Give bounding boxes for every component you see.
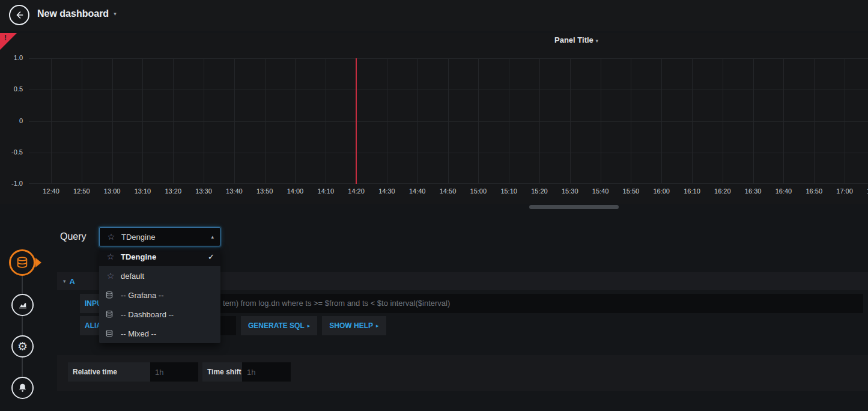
gridline-horizontal [29,58,868,59]
x-tick-label: 15:40 [586,187,616,195]
gridline-horizontal [29,153,868,153]
menu-item-tdengine[interactable]: ☆ TDengine ✓ [99,247,220,266]
database-icon [105,329,116,338]
x-tick-label: 14:10 [311,187,341,195]
sidebar-rail-line [22,263,23,389]
time-shift-label: Time shift [202,362,242,382]
x-tick-label: 13:40 [219,187,249,195]
x-tick-label: 13:20 [158,187,188,195]
grafana-screen: New dashboard ▾ ! Panel Title ▾ 1.00.50-… [0,0,868,411]
x-tick-label: 15:10 [494,187,524,195]
generate-sql-button[interactable]: GENERATE SQL ▸ [241,316,317,335]
check-icon: ✓ [208,252,214,261]
star-icon: ☆ [106,232,117,242]
sidebar-item-visualization[interactable] [11,294,34,316]
x-tick-label: 15:30 [555,187,585,195]
x-tick-label: 15:50 [616,187,646,195]
gridline-horizontal [29,121,868,122]
x-tick-label: 17:10 [860,187,868,195]
bell-icon [17,383,28,393]
x-tick-label: 13:50 [250,187,280,195]
x-tick-label: 16:00 [646,187,676,195]
database-icon [16,256,29,269]
show-help-button[interactable]: SHOW HELP ▸ [322,316,386,335]
x-tick-label: 16:10 [677,187,707,195]
panel-title: Panel Title [554,35,593,44]
datasource-selected-value: TDengine [121,233,206,242]
star-icon: ☆ [105,252,116,261]
x-tick-label: 14:40 [402,187,432,195]
chevron-down-icon: ▾ [114,11,117,17]
database-icon [105,291,116,299]
chevron-right-icon: ▸ [376,323,379,329]
menu-item-mixed[interactable]: -- Mixed -- [99,324,220,343]
x-tick-label: 12:40 [36,187,66,195]
top-header: New dashboard ▾ [0,0,868,31]
sidebar-item-queries[interactable] [9,249,35,276]
query-section-label: Query [60,231,86,242]
database-icon [105,310,116,318]
gear-icon: ⚙ [17,341,28,352]
x-tick-label: 15:20 [524,187,554,195]
time-shift-input[interactable] [242,362,291,382]
gridline-horizontal [29,90,868,90]
menu-item-default[interactable]: ☆ default [99,266,220,285]
sidebar-item-alert[interactable] [11,377,34,399]
current-time-marker [356,58,357,184]
menu-item-grafana[interactable]: -- Grafana -- [99,285,220,305]
chevron-down-icon: ▾ [63,278,66,284]
x-tick-label: 13:00 [97,187,127,195]
x-tick-label: 16:50 [799,187,829,195]
star-icon: ☆ [105,271,116,281]
sql-query-input[interactable]: tem) from log.dn where ts >= $from and t… [126,294,863,313]
x-tick-label: 16:40 [768,187,798,195]
x-tick-label: 12:50 [67,187,97,195]
y-tick-label: 0 [1,117,23,124]
panel-error-mark: ! [4,34,7,42]
chevron-down-icon: ▾ [595,38,598,44]
x-tick-label: 16:20 [708,187,738,195]
query-buttons: GENERATE SQL ▸ SHOW HELP ▸ [241,316,386,335]
chevron-right-icon: ▸ [308,323,311,329]
menu-item-dashboard[interactable]: -- Dashboard -- [99,305,220,324]
chart-icon [17,300,28,311]
sidebar-item-general[interactable]: ⚙ [11,335,34,358]
y-tick-label: 0.5 [1,85,23,93]
chevron-up-icon: ▴ [211,234,214,240]
datasource-dropdown-menu: ☆ TDengine ✓ ☆ default -- Grafana -- [99,247,220,343]
active-tab-pointer [35,258,41,267]
chart-plot-area [29,58,868,184]
x-tick-label: 16:30 [738,187,768,195]
y-tick-label: -0.5 [1,148,23,156]
panel-title-menu[interactable]: Panel Title ▾ [527,35,626,44]
dashboard-title: New dashboard [37,8,109,19]
x-tick-label: 14:20 [341,187,371,195]
y-tick-label: 1.0 [1,54,23,61]
query-ref-id: A [70,277,75,286]
x-tick-label: 14:00 [280,187,310,195]
dashboard-title-menu[interactable]: New dashboard ▾ [37,8,117,19]
horizontal-scrollbar[interactable] [529,205,619,209]
x-tick-label: 14:50 [433,187,463,195]
x-tick-label: 15:00 [463,187,493,195]
x-axis-labels: 12:4012:5013:0013:1013:2013:3013:4013:50… [0,187,868,197]
relative-time-label: Relative time [68,362,150,382]
gridline-horizontal [29,183,868,184]
relative-time-input[interactable] [150,362,198,382]
x-tick-label: 13:10 [127,187,157,195]
x-tick-label: 14:30 [372,187,402,195]
x-tick-label: 13:30 [189,187,219,195]
y-axis-labels: 1.00.50-0.5-1.0 [0,0,25,204]
datasource-picker[interactable]: ☆ TDengine ▴ [99,227,220,246]
x-tick-label: 17:00 [830,187,860,195]
y-tick-label: -1.0 [1,180,23,187]
